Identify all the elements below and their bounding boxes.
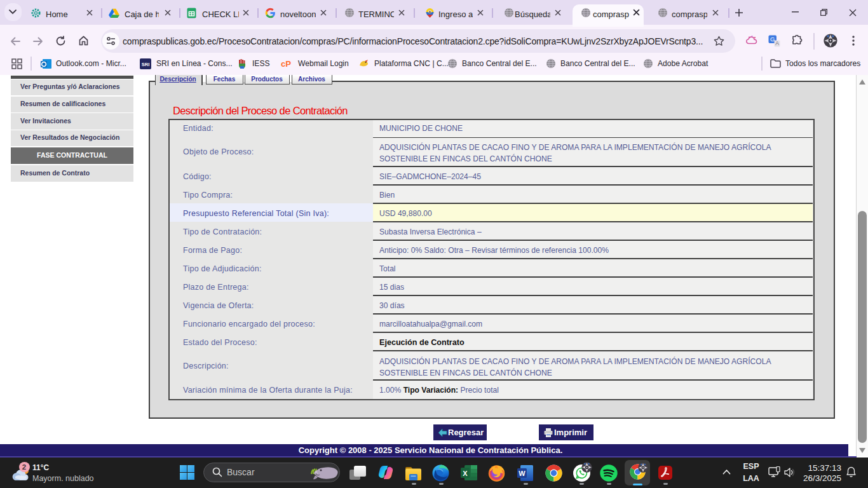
svg-text:SRI: SRI: [142, 62, 150, 67]
svg-text:X: X: [463, 470, 468, 477]
svg-text:W: W: [519, 470, 526, 477]
svg-text:A: A: [775, 40, 779, 46]
svg-text:G: G: [770, 36, 775, 43]
svg-text:cP: cP: [281, 59, 291, 69]
